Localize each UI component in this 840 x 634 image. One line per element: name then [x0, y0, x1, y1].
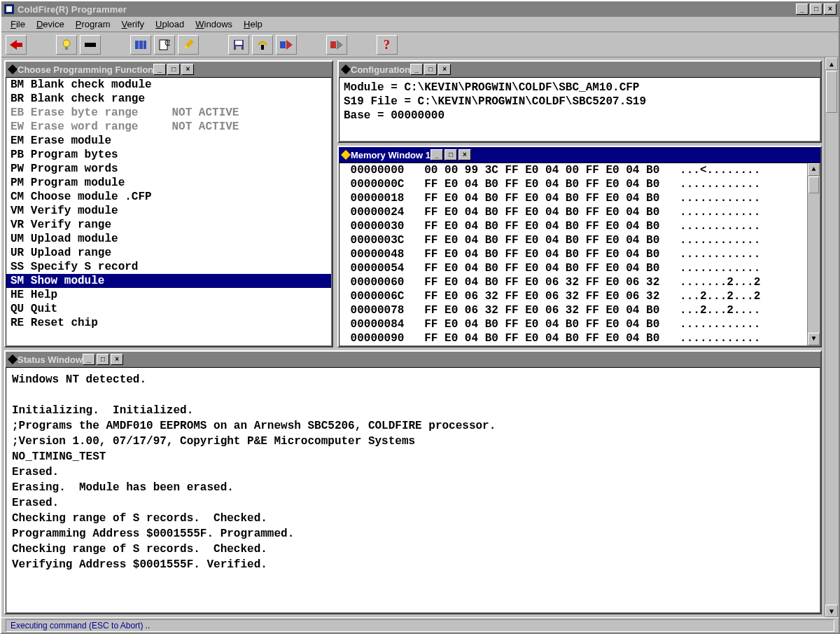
- choose-item-qu[interactable]: QU Quit: [6, 302, 331, 316]
- menu-windows[interactable]: Windows: [190, 18, 237, 31]
- choose-item-re[interactable]: RE Reset chip: [6, 316, 331, 330]
- toolbar-btn-10[interactable]: [326, 35, 347, 55]
- scroll-thumb[interactable]: [808, 177, 819, 193]
- toolbar-btn-11[interactable]: ?: [377, 35, 398, 55]
- toolbar-btn-2[interactable]: [56, 35, 77, 55]
- config-close-button[interactable]: ×: [438, 64, 451, 75]
- scroll-down-icon[interactable]: ▼: [808, 333, 820, 345]
- memory-titlebar[interactable]: Memory Window 1 _ □ ×: [339, 147, 820, 163]
- svg-point-3: [63, 40, 70, 47]
- choose-item-ur[interactable]: UR Upload range: [6, 246, 331, 260]
- choose-item-sm[interactable]: SM Show module: [6, 274, 331, 288]
- svg-rect-15: [235, 41, 242, 45]
- close-button[interactable]: ×: [824, 4, 836, 15]
- choose-min-button[interactable]: _: [153, 64, 166, 75]
- config-titlebar[interactable]: Configuration _ □ ×: [339, 62, 820, 77]
- memory-min-button[interactable]: _: [430, 149, 443, 160]
- memory-close-button[interactable]: ×: [458, 149, 471, 160]
- choose-item-pm[interactable]: PM Program module: [6, 176, 331, 190]
- status-line: Erasing. Module has been erased.: [9, 480, 817, 495]
- maximize-button[interactable]: □: [810, 4, 822, 15]
- toolbar-btn-7[interactable]: [228, 35, 249, 55]
- memory-row[interactable]: 00000018 FF E0 04 B0 FF E0 04 B0 FF E0 0…: [340, 191, 807, 205]
- config-min-button[interactable]: _: [410, 64, 423, 75]
- menu-verify[interactable]: Verify: [117, 18, 150, 31]
- app-titlebar[interactable]: ColdFire(R) Programmer _ □ ×: [1, 1, 839, 17]
- toolbar-btn-5[interactable]: ?: [154, 35, 175, 55]
- choose-item-eb[interactable]: EB Erase byte range NOT ACTIVE: [6, 106, 331, 120]
- chip-icon: [8, 354, 18, 364]
- status-titlebar[interactable]: Status Window _ □ ×: [6, 352, 820, 367]
- memory-row[interactable]: 00000084 FF E0 04 B0 FF E0 04 B0 FF E0 0…: [340, 317, 807, 331]
- memory-row[interactable]: 0000006C FF E0 06 32 FF E0 06 32 FF E0 0…: [340, 289, 807, 303]
- choose-item-he[interactable]: HE Help: [6, 288, 331, 302]
- memory-row[interactable]: 00000030 FF E0 04 B0 FF E0 04 B0 FF E0 0…: [340, 219, 807, 233]
- memory-row[interactable]: 00000054 FF E0 04 B0 FF E0 04 B0 FF E0 0…: [340, 261, 807, 275]
- memory-row[interactable]: 00000090 FF E0 04 B0 FF E0 04 B0 FF E0 0…: [340, 331, 807, 345]
- memory-window: Memory Window 1 _ □ × 00000000 00 00 99 …: [337, 146, 822, 347]
- choose-close-button[interactable]: ×: [181, 64, 194, 75]
- app-scrollbar[interactable]: ▲ ▼: [825, 57, 839, 617]
- app-title: ColdFire(R) Programmer: [18, 4, 796, 15]
- choose-item-cm[interactable]: CM Choose module .CFP: [6, 190, 331, 204]
- toolbar-btn-6[interactable]: [178, 35, 199, 55]
- choose-item-pw[interactable]: PW Program words: [6, 162, 331, 176]
- memory-row[interactable]: 00000078 FF E0 06 32 FF E0 06 32 FF E0 0…: [340, 303, 807, 317]
- app-scroll-down-icon[interactable]: ▼: [825, 605, 838, 617]
- menu-file[interactable]: File: [6, 18, 30, 31]
- menu-program[interactable]: Program: [71, 18, 115, 31]
- choose-window: Choose Programming Function _ □ × BM Bla…: [4, 60, 333, 347]
- memory-row[interactable]: 0000003C FF E0 04 B0 FF E0 04 B0 FF E0 0…: [340, 233, 807, 247]
- svg-rect-26: [8, 354, 18, 364]
- choose-item-bm[interactable]: BM Blank check module: [6, 78, 331, 92]
- choose-item-ss[interactable]: SS Specify S record: [6, 260, 331, 274]
- memory-row[interactable]: 0000000C FF E0 04 B0 FF E0 04 B0 FF E0 0…: [340, 177, 807, 191]
- memory-row[interactable]: 00000000 00 00 99 3C FF E0 04 00 FF E0 0…: [340, 163, 807, 177]
- choose-list[interactable]: BM Blank check moduleBR Blank check rang…: [6, 77, 332, 346]
- choose-item-vr[interactable]: VR Verify range: [6, 218, 331, 232]
- memory-scrollbar[interactable]: ▲ ▼: [807, 163, 820, 345]
- statusbar-text: Executing command (ESC to Abort) ..: [6, 619, 834, 632]
- memory-row[interactable]: 00000060 FF E0 04 B0 FF E0 06 32 FF E0 0…: [340, 275, 807, 289]
- status-max-button[interactable]: □: [97, 354, 109, 365]
- toolbar-btn-1[interactable]: [6, 35, 27, 55]
- choose-item-vm[interactable]: VM Verify module: [6, 204, 331, 218]
- status-window: Status Window _ □ × Windows NT detected.…: [4, 350, 822, 614]
- toolbar-btn-8[interactable]: [252, 35, 273, 55]
- toolbar-btn-4[interactable]: [130, 35, 151, 55]
- memory-max-button[interactable]: □: [444, 149, 457, 160]
- svg-rect-18: [280, 41, 286, 48]
- menu-upload[interactable]: Upload: [150, 18, 189, 31]
- memory-row[interactable]: 00000048 FF E0 04 B0 FF E0 04 B0 FF E0 0…: [340, 247, 807, 261]
- choose-item-um[interactable]: UM Upload module: [6, 232, 331, 246]
- memory-row[interactable]: 00000024 FF E0 04 B0 FF E0 04 B0 FF E0 0…: [340, 205, 807, 219]
- toolbar-btn-3[interactable]: [80, 35, 101, 55]
- choose-item-br[interactable]: BR Blank check range: [6, 92, 331, 106]
- status-line: NO_TIMING_TEST: [9, 449, 817, 464]
- toolbar: ? ?: [1, 32, 839, 57]
- minimize-button[interactable]: _: [796, 4, 808, 15]
- config-max-button[interactable]: □: [424, 64, 437, 75]
- svg-rect-24: [341, 64, 351, 74]
- status-line: Erased.: [9, 464, 817, 480]
- status-line: Checking range of S records. Checked.: [9, 542, 817, 557]
- app-scroll-up-icon[interactable]: ▲: [825, 57, 838, 70]
- choose-item-pb[interactable]: PB Program bytes: [6, 148, 331, 162]
- status-min-button[interactable]: _: [83, 354, 95, 365]
- status-close-button[interactable]: ×: [111, 354, 123, 365]
- app-scroll-thumb[interactable]: [826, 71, 837, 113]
- status-line: ;Version 1.00, 07/17/97, Copyright P&E M…: [9, 434, 817, 449]
- menu-device[interactable]: Device: [31, 18, 69, 31]
- memory-hex-view[interactable]: 00000000 00 00 99 3C FF E0 04 00 FF E0 0…: [340, 163, 807, 345]
- menu-help[interactable]: Help: [239, 18, 267, 31]
- config-body: Module = C:\KEVIN\PROGWIN\COLDF\SBC_AM10…: [339, 77, 820, 142]
- scroll-up-icon[interactable]: ▲: [808, 163, 820, 176]
- choose-titlebar[interactable]: Choose Programming Function _ □ ×: [6, 62, 332, 77]
- toolbar-btn-9[interactable]: [276, 35, 297, 55]
- config-window: Configuration _ □ × Module = C:\KEVIN\PR…: [337, 60, 822, 143]
- choose-item-ew[interactable]: EW Erase word range NOT ACTIVE: [6, 120, 331, 134]
- choose-item-em[interactable]: EM Erase module: [6, 134, 331, 148]
- svg-rect-4: [65, 47, 68, 50]
- choose-max-button[interactable]: □: [167, 64, 180, 75]
- config-line-2: Base = 00000000: [344, 109, 816, 123]
